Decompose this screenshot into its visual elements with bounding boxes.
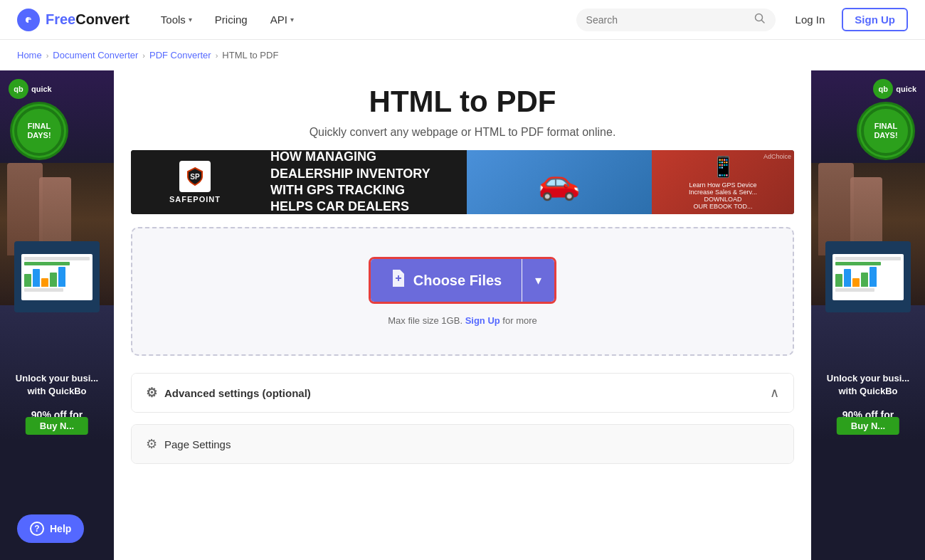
logo-text: FreeConvert bbox=[46, 11, 130, 28]
page-settings-gear-icon: ⚙ bbox=[146, 436, 157, 452]
ad-banner-text: HOW MANAGING DEALERSHIP INVENTORY WITH G… bbox=[259, 150, 467, 214]
safepoint-icon: SP bbox=[179, 161, 211, 192]
breadcrumb-home[interactable]: Home bbox=[17, 50, 42, 60]
help-label: Help bbox=[50, 523, 71, 534]
search-input[interactable] bbox=[586, 14, 749, 26]
svg-line-2 bbox=[761, 20, 764, 23]
breadcrumb-sep-1: › bbox=[46, 51, 49, 60]
page-title: HTML to PDF bbox=[131, 85, 794, 119]
car-icon: 🚗 bbox=[538, 162, 581, 202]
advanced-header-left: ⚙ Advanced settings (optional) bbox=[146, 385, 311, 401]
left-ad-screen bbox=[14, 241, 100, 312]
center-content: HTML to PDF Quickly convert any webpage … bbox=[114, 70, 811, 560]
logo-icon bbox=[17, 9, 40, 31]
breadcrumb-pdf-converter[interactable]: PDF Converter bbox=[149, 50, 211, 60]
choose-files-group: Choose Files ▾ bbox=[369, 257, 556, 304]
right-buy-button[interactable]: Buy N... bbox=[837, 417, 899, 435]
left-qb-text: quick bbox=[31, 85, 52, 93]
upload-note: Max file size 1GB. Sign Up for more bbox=[388, 315, 537, 326]
ad-download-text: Learn How GPS DeviceIncrease Sales & Ser… bbox=[689, 181, 757, 210]
ad-choice-label: AdChoice bbox=[763, 153, 791, 160]
right-ad-bg: qb quick FINALDAYS! bbox=[811, 70, 925, 440]
breadcrumb-sep-2: › bbox=[142, 51, 145, 60]
page-settings-label: Page Settings bbox=[164, 438, 231, 450]
logo[interactable]: FreeConvert bbox=[17, 9, 130, 31]
advanced-gear-icon: ⚙ bbox=[146, 385, 157, 401]
api-chevron-icon: ▾ bbox=[290, 16, 294, 23]
advanced-settings: ⚙ Advanced settings (optional) ∧ bbox=[131, 373, 794, 413]
safepoint-logo: SP SAFEPOINT bbox=[169, 161, 221, 204]
ad-banner: SP SAFEPOINT HOW MANAGING DEALERSHIP INV… bbox=[131, 150, 794, 214]
ad-banner-car-image: 🚗 bbox=[467, 150, 652, 214]
left-ad-bg: qb quick FINALDAYS! bbox=[0, 70, 114, 440]
ad-banner-right: AdChoice 📱 Learn How GPS DeviceIncrease … bbox=[652, 150, 794, 214]
left-qb-badge: qb quick bbox=[9, 79, 52, 99]
choose-files-button[interactable]: Choose Files bbox=[371, 259, 522, 302]
nav-pricing[interactable]: Pricing bbox=[206, 8, 256, 31]
ad-banner-brand: SP SAFEPOINT bbox=[131, 150, 259, 214]
search-icon bbox=[754, 13, 766, 27]
help-button[interactable]: ? Help bbox=[17, 514, 84, 543]
safepoint-name: SAFEPOINT bbox=[169, 195, 221, 204]
left-final-days-badge: FINALDAYS! bbox=[14, 106, 64, 156]
right-qb-badge: qb quick bbox=[873, 79, 916, 99]
tools-chevron-icon: ▾ bbox=[189, 16, 192, 23]
upload-note-prefix: Max file size 1GB. bbox=[388, 315, 462, 326]
left-qb-icon: qb bbox=[9, 79, 28, 99]
nav-auth: Log In Sign Up bbox=[787, 8, 908, 31]
advanced-settings-label: Advanced settings (optional) bbox=[164, 387, 311, 399]
login-button[interactable]: Log In bbox=[787, 9, 834, 30]
search-area bbox=[576, 9, 776, 31]
help-circle-icon: ? bbox=[30, 522, 44, 536]
advanced-settings-header[interactable]: ⚙ Advanced settings (optional) ∧ bbox=[132, 374, 793, 412]
breadcrumb-sep-3: › bbox=[216, 51, 218, 60]
right-unlock-text: Unlock your busi...with QuickBo bbox=[811, 372, 925, 398]
page-subtitle: Quickly convert any webpage or HTML to P… bbox=[131, 126, 794, 139]
breadcrumb-current: HTML to PDF bbox=[222, 50, 278, 60]
breadcrumb-document-converter[interactable]: Document Converter bbox=[53, 50, 138, 60]
left-buy-button[interactable]: Buy N... bbox=[26, 417, 88, 435]
choose-files-dropdown-button[interactable]: ▾ bbox=[522, 259, 554, 302]
nav-api[interactable]: API ▾ bbox=[262, 8, 302, 31]
nav-tools[interactable]: Tools ▾ bbox=[152, 8, 201, 31]
page-title-area: HTML to PDF Quickly convert any webpage … bbox=[131, 70, 794, 150]
dropdown-chevron-icon: ▾ bbox=[535, 273, 541, 288]
right-qb-icon: qb bbox=[873, 79, 893, 99]
right-final-days-text: FINALDAYS! bbox=[874, 122, 897, 140]
upload-signup-link[interactable]: Sign Up bbox=[465, 315, 500, 326]
left-unlock-text: Unlock your busi...with QuickBo bbox=[0, 372, 114, 398]
ad-banner-headline: HOW MANAGING DEALERSHIP INVENTORY WITH G… bbox=[270, 150, 455, 214]
svg-text:SP: SP bbox=[190, 173, 200, 181]
right-ad-screen bbox=[825, 241, 911, 312]
main-layout: qb quick FINALDAYS! bbox=[0, 70, 925, 560]
file-icon bbox=[391, 269, 406, 292]
right-qb-text: quick bbox=[896, 85, 916, 93]
choose-files-label: Choose Files bbox=[413, 273, 502, 289]
advanced-chevron-up-icon: ∧ bbox=[770, 385, 779, 401]
page-settings-section: ⚙ Page Settings bbox=[131, 424, 794, 464]
left-ad: qb quick FINALDAYS! bbox=[0, 70, 114, 560]
upload-area: Choose Files ▾ Max file size 1GB. Sign U… bbox=[131, 227, 794, 356]
page-settings-header[interactable]: ⚙ Page Settings bbox=[132, 425, 793, 463]
breadcrumb: Home › Document Converter › PDF Converte… bbox=[0, 40, 925, 70]
left-final-days-text: FINALDAYS! bbox=[27, 122, 51, 140]
navbar: FreeConvert Tools ▾ Pricing API ▾ Log In… bbox=[0, 0, 925, 40]
signup-button[interactable]: Sign Up bbox=[842, 8, 908, 31]
right-ad: qb quick FINALDAYS! bbox=[811, 70, 925, 560]
phone-icon: 📱 bbox=[711, 155, 736, 179]
nav-links: Tools ▾ Pricing API ▾ bbox=[152, 8, 576, 31]
right-final-days-badge: FINALDAYS! bbox=[861, 106, 911, 156]
